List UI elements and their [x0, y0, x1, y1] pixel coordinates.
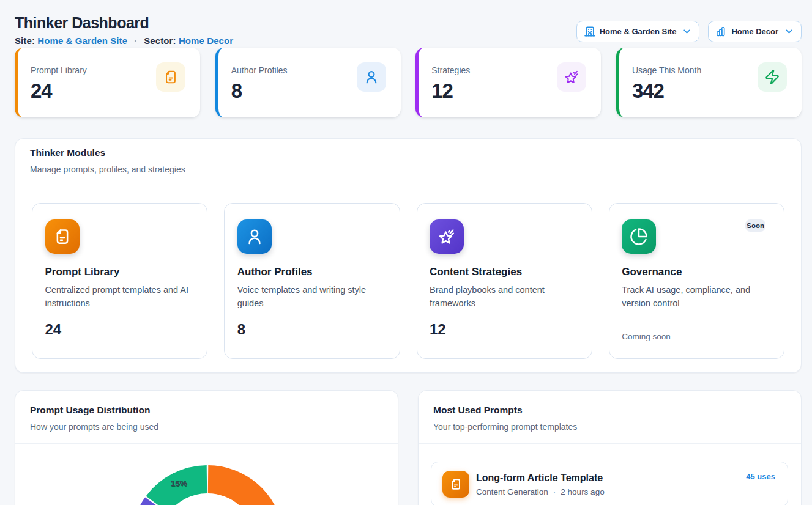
svg-text:15%: 15% — [170, 479, 187, 488]
